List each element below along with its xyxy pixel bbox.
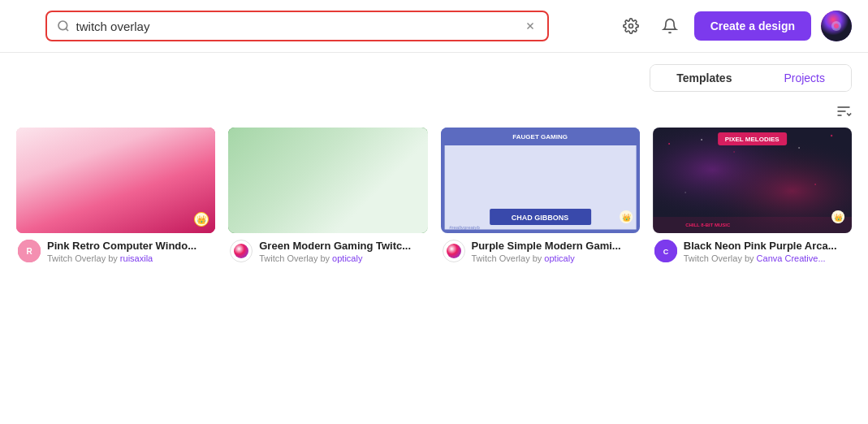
settings-button[interactable] [616,11,646,41]
sort-bar [0,100,868,128]
svg-rect-13 [23,134,149,149]
card-4-image: PIXEL MELODIES CHILL 8-BIT MUSIC 👑 [653,128,852,233]
svg-text:@REALLYGREATYB: @REALLYGREATYB [368,224,416,229]
card-2-avatar [230,240,253,262]
svg-rect-12 [23,134,149,227]
svg-point-53 [814,184,816,185]
card-2-text: Green Modern Gaming Twitc... Twitch Over… [259,240,411,263]
card-2-thumbnail: DANI MARTINEZ @REALLYGREATYB 👑 [228,128,427,233]
card-3-image: FAUGET GAMING CHAD GIBBONS #reallygreaty… [441,128,640,233]
svg-point-48 [701,139,702,141]
svg-text:C: C [663,248,669,256]
svg-text:👑: 👑 [409,213,419,223]
card-3-text: Purple Simple Modern Gami... Twitch Over… [472,240,621,263]
svg-line-1 [66,28,68,31]
card-4-thumbnail: PIXEL MELODIES CHILL 8-BIT MUSIC 👑 [653,128,852,233]
card-4-title: Black Neon Pink Purple Arca... [684,240,837,252]
cards-grid: LIVE STREAMING 👑 R Pink Retro Computer W… [0,128,868,279]
svg-text:👑: 👑 [621,213,631,223]
tab-projects[interactable]: Projects [758,65,851,91]
card-3[interactable]: FAUGET GAMING CHAD GIBBONS #reallygreaty… [441,128,640,263]
header: twitch overlay Create a design [0,0,868,53]
tab-templates[interactable]: Templates [650,65,758,91]
card-4-text: Black Neon Pink Purple Arca... Twitch Ov… [684,240,837,263]
svg-rect-21 [159,150,205,173]
svg-text:#reallygreatyb: #reallygreatyb [449,225,480,230]
svg-point-16 [44,138,50,145]
svg-text:CHILL 8-BIT MUSIC: CHILL 8-BIT MUSIC [685,223,731,227]
search-input[interactable]: twitch overlay [76,19,516,33]
svg-point-33 [407,210,420,223]
svg-rect-56 [653,217,852,233]
svg-point-49 [733,151,735,153]
svg-point-4 [628,24,633,28]
card-2-image: DANI MARTINEZ @REALLYGREATYB 👑 [228,128,427,233]
create-design-button[interactable]: Create a design [694,11,811,41]
card-4-subtitle: Twitch Overlay by Canva Creative... [684,253,837,263]
search-container: twitch overlay [45,11,549,41]
svg-text:FAUGET GAMING: FAUGET GAMING [512,133,568,141]
card-1-text: Pink Retro Computer Windo... Twitch Over… [47,240,196,263]
card-3-title: Purple Simple Modern Gami... [472,240,621,252]
svg-point-50 [798,147,800,149]
card-1[interactable]: LIVE STREAMING 👑 R Pink Retro Computer W… [16,128,215,263]
card-3-thumbnail: FAUGET GAMING CHAD GIBBONS #reallygreaty… [441,128,640,233]
card-2-title: Green Modern Gaming Twitc... [259,240,411,252]
search-box: twitch overlay [45,11,549,41]
card-2-subtitle: Twitch Overlay by opticaly [259,253,411,263]
tabs: Templates Projects [650,64,852,92]
svg-rect-11 [16,128,215,233]
card-4-avatar: C [654,240,677,262]
card-3-subtitle: Twitch Overlay by opticaly [472,253,621,263]
card-1-subtitle: Twitch Overlay by ruisaxila [47,253,196,263]
svg-text:STREAMING: STREAMING [164,168,193,173]
card-1-avatar: R [18,240,41,262]
svg-text:PIXEL MELODIES: PIXEL MELODIES [724,136,779,143]
svg-text:CHAD GIBBONS: CHAD GIBBONS [511,214,568,222]
svg-point-0 [58,21,67,30]
notifications-button[interactable] [655,11,684,41]
svg-rect-28 [228,128,427,233]
header-actions: Create a design [616,11,852,41]
card-4-info: C Black Neon Pink Purple Arca... Twitch … [653,233,852,263]
svg-text:LIVE: LIVE [172,159,185,165]
svg-point-7 [834,24,839,28]
clear-search-button[interactable] [523,19,538,33]
card-4[interactable]: PIXEL MELODIES CHILL 8-BIT MUSIC 👑 C Bla… [653,128,852,263]
tab-bar: Templates Projects [0,53,868,100]
svg-text:DANI MARTINEZ: DANI MARTINEZ [244,136,289,141]
svg-point-14 [28,138,34,145]
card-1-image: LIVE STREAMING 👑 [16,128,215,233]
avatar[interactable] [821,11,852,41]
svg-rect-29 [230,129,425,231]
card-1-title: Pink Retro Computer Windo... [47,240,196,252]
card-3-avatar [443,240,465,262]
svg-point-19 [76,158,95,178]
card-2[interactable]: DANI MARTINEZ @REALLYGREATYB 👑 Green Mod… [228,128,427,263]
svg-text:R: R [26,247,32,256]
svg-point-15 [36,138,42,145]
svg-text:👑: 👑 [833,213,843,223]
svg-point-51 [831,135,832,136]
svg-point-47 [668,143,670,145]
svg-rect-17 [28,154,142,223]
svg-rect-22 [159,178,205,196]
svg-point-18 [69,156,101,197]
svg-rect-30 [233,132,298,144]
card-2-info: Green Modern Gaming Twitc... Twitch Over… [228,233,427,263]
card-1-thumbnail: LIVE STREAMING [16,128,215,233]
svg-point-52 [684,192,686,193]
search-icon [57,19,70,32]
card-1-info: R Pink Retro Computer Windo... Twitch Ov… [16,233,215,263]
card-3-info: Purple Simple Modern Gami... Twitch Over… [441,233,640,263]
sort-button[interactable] [836,103,852,119]
